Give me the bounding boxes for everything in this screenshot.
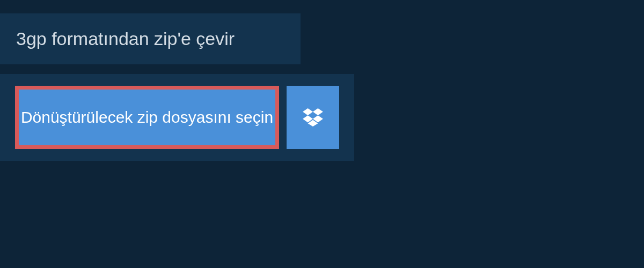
dropbox-button[interactable] [287, 86, 339, 149]
dropbox-icon [303, 108, 323, 126]
select-file-label: Dönüştürülecek zip dosyasını seçin [21, 108, 273, 126]
select-file-button[interactable]: Dönüştürülecek zip dosyasını seçin [15, 86, 279, 149]
upload-panel: Dönüştürülecek zip dosyasını seçin [0, 74, 354, 161]
header-tab: 3gp formatından zip'e çevir [0, 13, 301, 64]
page-title: 3gp formatından zip'e çevir [16, 28, 284, 49]
